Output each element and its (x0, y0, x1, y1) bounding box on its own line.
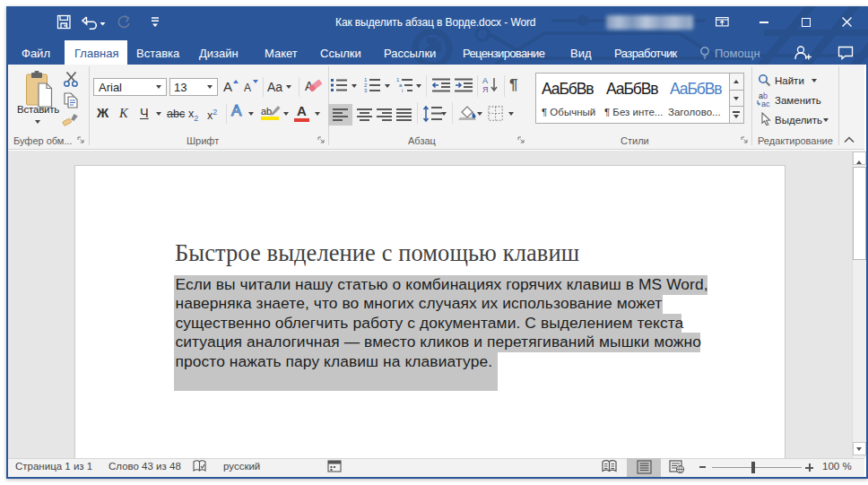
svg-text:i: i (402, 88, 403, 93)
svg-text:ab: ab (261, 106, 272, 117)
svg-text:ac: ac (761, 100, 770, 108)
svg-text:А: А (482, 76, 488, 85)
svg-text:3: 3 (364, 88, 368, 93)
svg-text:Я: Я (482, 85, 489, 94)
